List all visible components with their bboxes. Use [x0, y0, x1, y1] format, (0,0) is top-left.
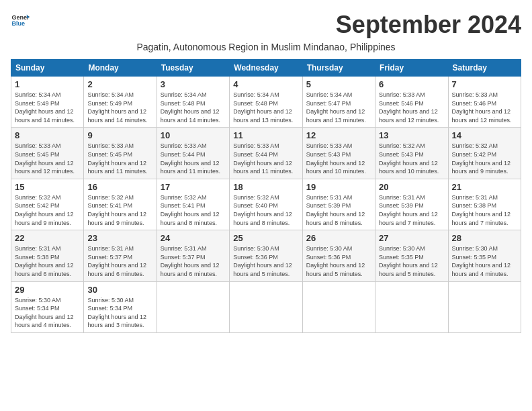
calendar-table: SundayMondayTuesdayWednesdayThursdayFrid…: [11, 59, 521, 333]
calendar-cell: 17 Sunrise: 5:32 AM Sunset: 5:41 PM Dayl…: [157, 179, 229, 230]
day-number: 21: [452, 182, 517, 192]
calendar-cell: 2 Sunrise: 5:34 AM Sunset: 5:49 PM Dayli…: [84, 77, 157, 128]
day-info: Sunrise: 5:30 AM Sunset: 5:35 PM Dayligh…: [379, 244, 444, 278]
calendar-cell: 16 Sunrise: 5:32 AM Sunset: 5:41 PM Dayl…: [84, 179, 157, 230]
calendar-cell: 29 Sunrise: 5:30 AM Sunset: 5:34 PM Dayl…: [11, 281, 84, 332]
month-title: September 2024: [336, 11, 521, 39]
day-number: 26: [306, 233, 371, 243]
calendar-cell: 3 Sunrise: 5:34 AM Sunset: 5:48 PM Dayli…: [157, 77, 229, 128]
day-info: Sunrise: 5:32 AM Sunset: 5:41 PM Dayligh…: [161, 193, 226, 227]
calendar-cell: [157, 281, 229, 332]
day-number: 8: [15, 130, 80, 140]
day-info: Sunrise: 5:34 AM Sunset: 5:48 PM Dayligh…: [161, 91, 226, 124]
header-saturday: Saturday: [448, 60, 521, 77]
calendar-week-5: 29 Sunrise: 5:30 AM Sunset: 5:34 PM Dayl…: [11, 281, 521, 332]
day-number: 12: [306, 130, 371, 140]
day-info: Sunrise: 5:31 AM Sunset: 5:37 PM Dayligh…: [87, 244, 152, 278]
calendar-cell: 30 Sunrise: 5:30 AM Sunset: 5:34 PM Dayl…: [84, 281, 157, 332]
calendar-cell: [375, 281, 448, 332]
day-number: 1: [15, 79, 80, 89]
calendar-cell: 6 Sunrise: 5:33 AM Sunset: 5:46 PM Dayli…: [375, 77, 448, 128]
header-wednesday: Wednesday: [230, 60, 302, 77]
calendar-cell: 24 Sunrise: 5:31 AM Sunset: 5:37 PM Dayl…: [157, 230, 229, 281]
day-number: 23: [87, 233, 152, 243]
calendar-cell: 21 Sunrise: 5:31 AM Sunset: 5:38 PM Dayl…: [448, 179, 521, 230]
day-info: Sunrise: 5:31 AM Sunset: 5:39 PM Dayligh…: [306, 193, 371, 227]
day-info: Sunrise: 5:32 AM Sunset: 5:42 PM Dayligh…: [15, 193, 80, 227]
day-info: Sunrise: 5:31 AM Sunset: 5:38 PM Dayligh…: [452, 193, 517, 227]
day-number: 30: [87, 285, 152, 295]
calendar-cell: 28 Sunrise: 5:30 AM Sunset: 5:35 PM Dayl…: [448, 230, 521, 281]
day-number: 2: [87, 79, 152, 89]
calendar-cell: [302, 281, 375, 332]
day-number: 14: [452, 130, 517, 140]
day-number: 5: [306, 79, 371, 89]
day-number: 20: [379, 182, 444, 192]
day-info: Sunrise: 5:33 AM Sunset: 5:45 PM Dayligh…: [15, 142, 80, 175]
day-info: Sunrise: 5:33 AM Sunset: 5:44 PM Dayligh…: [161, 142, 226, 175]
day-number: 17: [161, 182, 226, 192]
day-number: 29: [15, 285, 80, 295]
day-number: 6: [379, 79, 444, 89]
calendar-week-3: 15 Sunrise: 5:32 AM Sunset: 5:42 PM Dayl…: [11, 179, 521, 230]
calendar-cell: 20 Sunrise: 5:31 AM Sunset: 5:39 PM Dayl…: [375, 179, 448, 230]
day-info: Sunrise: 5:30 AM Sunset: 5:36 PM Dayligh…: [233, 244, 298, 278]
calendar-cell: 13 Sunrise: 5:32 AM Sunset: 5:43 PM Dayl…: [375, 128, 448, 179]
calendar-cell: 4 Sunrise: 5:34 AM Sunset: 5:48 PM Dayli…: [230, 77, 302, 128]
header-friday: Friday: [375, 60, 448, 77]
day-info: Sunrise: 5:30 AM Sunset: 5:35 PM Dayligh…: [452, 244, 517, 278]
subtitle: Pagatin, Autonomous Region in Muslim Min…: [11, 42, 521, 52]
day-info: Sunrise: 5:32 AM Sunset: 5:40 PM Dayligh…: [233, 193, 298, 227]
day-number: 16: [87, 182, 152, 192]
day-number: 22: [15, 233, 80, 243]
day-info: Sunrise: 5:34 AM Sunset: 5:49 PM Dayligh…: [87, 91, 152, 124]
day-info: Sunrise: 5:31 AM Sunset: 5:38 PM Dayligh…: [15, 244, 80, 278]
day-number: 11: [233, 130, 298, 140]
day-info: Sunrise: 5:32 AM Sunset: 5:43 PM Dayligh…: [379, 142, 444, 175]
day-info: Sunrise: 5:34 AM Sunset: 5:48 PM Dayligh…: [233, 91, 298, 124]
calendar-cell: 26 Sunrise: 5:30 AM Sunset: 5:36 PM Dayl…: [302, 230, 375, 281]
header-sunday: Sunday: [11, 60, 84, 77]
day-number: 7: [452, 79, 517, 89]
calendar-week-4: 22 Sunrise: 5:31 AM Sunset: 5:38 PM Dayl…: [11, 230, 521, 281]
svg-text:Blue: Blue: [11, 20, 25, 27]
day-number: 28: [452, 233, 517, 243]
day-number: 19: [306, 182, 371, 192]
day-info: Sunrise: 5:33 AM Sunset: 5:44 PM Dayligh…: [233, 142, 298, 175]
calendar-cell: 10 Sunrise: 5:33 AM Sunset: 5:44 PM Dayl…: [157, 128, 229, 179]
header-tuesday: Tuesday: [157, 60, 229, 77]
day-info: Sunrise: 5:31 AM Sunset: 5:37 PM Dayligh…: [161, 244, 226, 278]
day-info: Sunrise: 5:31 AM Sunset: 5:39 PM Dayligh…: [379, 193, 444, 227]
day-number: 18: [233, 182, 298, 192]
calendar-cell: 1 Sunrise: 5:34 AM Sunset: 5:49 PM Dayli…: [11, 77, 84, 128]
calendar-cell: 11 Sunrise: 5:33 AM Sunset: 5:44 PM Dayl…: [230, 128, 302, 179]
calendar-cell: 15 Sunrise: 5:32 AM Sunset: 5:42 PM Dayl…: [11, 179, 84, 230]
calendar-week-1: 1 Sunrise: 5:34 AM Sunset: 5:49 PM Dayli…: [11, 77, 521, 128]
calendar-cell: 8 Sunrise: 5:33 AM Sunset: 5:45 PM Dayli…: [11, 128, 84, 179]
calendar-header-row: SundayMondayTuesdayWednesdayThursdayFrid…: [11, 60, 521, 77]
day-number: 10: [161, 130, 226, 140]
calendar-cell: 23 Sunrise: 5:31 AM Sunset: 5:37 PM Dayl…: [84, 230, 157, 281]
day-number: 25: [233, 233, 298, 243]
day-info: Sunrise: 5:30 AM Sunset: 5:34 PM Dayligh…: [87, 296, 152, 330]
header-thursday: Thursday: [302, 60, 375, 77]
day-info: Sunrise: 5:30 AM Sunset: 5:36 PM Dayligh…: [306, 244, 371, 278]
day-number: 24: [161, 233, 226, 243]
day-info: Sunrise: 5:33 AM Sunset: 5:46 PM Dayligh…: [379, 91, 444, 124]
calendar-week-2: 8 Sunrise: 5:33 AM Sunset: 5:45 PM Dayli…: [11, 128, 521, 179]
header-monday: Monday: [84, 60, 157, 77]
calendar-cell: 22 Sunrise: 5:31 AM Sunset: 5:38 PM Dayl…: [11, 230, 84, 281]
logo: General Blue: [11, 11, 30, 30]
day-info: Sunrise: 5:33 AM Sunset: 5:43 PM Dayligh…: [306, 142, 371, 175]
logo-icon: General Blue: [11, 11, 30, 30]
calendar-cell: 18 Sunrise: 5:32 AM Sunset: 5:40 PM Dayl…: [230, 179, 302, 230]
day-info: Sunrise: 5:32 AM Sunset: 5:42 PM Dayligh…: [452, 142, 517, 175]
day-info: Sunrise: 5:34 AM Sunset: 5:49 PM Dayligh…: [15, 91, 80, 124]
header: General Blue September 2024: [11, 11, 521, 39]
calendar-cell: 5 Sunrise: 5:34 AM Sunset: 5:47 PM Dayli…: [302, 77, 375, 128]
calendar-cell: 12 Sunrise: 5:33 AM Sunset: 5:43 PM Dayl…: [302, 128, 375, 179]
calendar-cell: [448, 281, 521, 332]
day-number: 13: [379, 130, 444, 140]
calendar-cell: 27 Sunrise: 5:30 AM Sunset: 5:35 PM Dayl…: [375, 230, 448, 281]
calendar-cell: 9 Sunrise: 5:33 AM Sunset: 5:45 PM Dayli…: [84, 128, 157, 179]
